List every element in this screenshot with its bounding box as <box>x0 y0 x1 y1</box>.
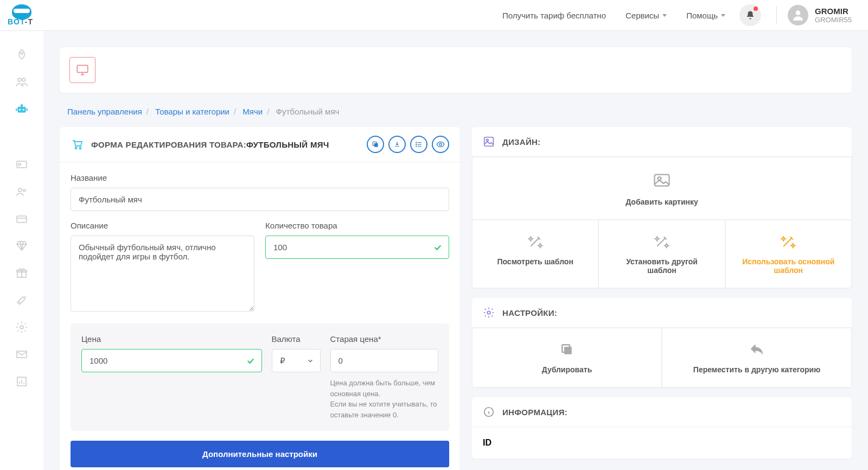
image-icon <box>483 136 495 148</box>
add-image-cell[interactable]: Добавить картинку <box>472 157 852 220</box>
wand-icon <box>527 233 544 250</box>
user-name: GROMIR <box>815 7 852 16</box>
oldprice-input[interactable] <box>330 349 439 372</box>
svg-point-28 <box>75 148 77 149</box>
svg-rect-8 <box>16 109 17 111</box>
move-cell[interactable]: Переместить в другую категорию <box>662 328 852 388</box>
sidebar-gear-icon[interactable] <box>14 320 29 335</box>
cart-icon <box>71 138 84 151</box>
header-services[interactable]: Сервисы <box>616 11 676 20</box>
separator <box>776 7 777 24</box>
sidebar-bot-icon[interactable] <box>14 101 29 117</box>
chevron-down-icon <box>662 14 667 17</box>
svg-rect-7 <box>21 104 23 106</box>
sidebar-chart-icon[interactable] <box>14 374 29 389</box>
sidebar-people-icon[interactable] <box>14 184 29 199</box>
svg-point-19 <box>20 326 23 329</box>
svg-rect-25 <box>77 65 88 72</box>
svg-point-2 <box>18 78 21 81</box>
reply-icon <box>749 341 765 358</box>
action-download[interactable] <box>388 136 406 153</box>
notification-dot <box>754 7 758 11</box>
settings-title: НАСТРОЙКИ: <box>502 308 557 317</box>
action-preview[interactable] <box>432 136 449 153</box>
svg-point-0 <box>796 10 801 15</box>
svg-point-6 <box>23 109 24 110</box>
action-list[interactable] <box>410 136 427 153</box>
price-input[interactable] <box>81 349 262 372</box>
sidebar-tools-icon[interactable] <box>14 293 29 308</box>
oldprice-label: Старая цена* <box>330 334 439 344</box>
svg-point-13 <box>23 189 25 192</box>
svg-point-38 <box>439 143 442 145</box>
price-label: Цена <box>81 334 262 344</box>
wand-icon <box>654 233 670 250</box>
desc-textarea[interactable]: Обычный футбольный мяч, отлично подойдет… <box>71 236 254 312</box>
use-main-template-cell[interactable]: Использовать основной шаблон <box>725 220 852 288</box>
user-menu[interactable]: GROMIR GROMIR55 <box>788 5 852 26</box>
breadcrumb-current: Футбольный мяч <box>276 107 340 116</box>
name-input[interactable] <box>71 188 449 211</box>
svg-point-35 <box>416 142 417 143</box>
breadcrumb-dashboard[interactable]: Панель управления <box>67 107 142 116</box>
duplicate-icon <box>559 341 575 358</box>
action-copy[interactable] <box>367 136 384 153</box>
notifications-button[interactable] <box>739 4 761 26</box>
chevron-down-icon <box>721 14 725 17</box>
info-title: ИНФОРМАЦИЯ: <box>502 408 567 417</box>
wand-icon <box>780 233 796 250</box>
sidebar <box>0 31 43 470</box>
svg-point-43 <box>487 311 490 314</box>
sidebar-mail-icon[interactable] <box>14 347 29 362</box>
svg-rect-41 <box>655 175 669 186</box>
svg-rect-4 <box>17 107 25 113</box>
name-label: Название <box>71 173 449 182</box>
check-icon <box>433 243 443 252</box>
svg-rect-14 <box>17 216 27 223</box>
svg-point-11 <box>18 163 21 166</box>
more-settings-button[interactable]: Дополнительные настройки <box>71 441 449 467</box>
sidebar-users-icon[interactable] <box>14 74 29 90</box>
check-icon <box>246 356 256 366</box>
set-template-cell[interactable]: Установить другой шаблон <box>598 220 725 288</box>
svg-point-3 <box>22 78 25 81</box>
user-sub: GROMIR55 <box>815 16 852 24</box>
svg-rect-20 <box>17 351 27 358</box>
svg-point-29 <box>80 148 81 149</box>
svg-point-12 <box>18 188 22 192</box>
svg-point-5 <box>19 109 21 110</box>
form-title: ФОРМА РЕДАКТИРОВАНИЯ ТОВАРА:ФУТБОЛЬНЫЙ М… <box>91 140 329 149</box>
svg-point-1 <box>21 52 23 54</box>
duplicate-cell[interactable]: Дублировать <box>472 328 662 388</box>
svg-point-40 <box>486 139 488 141</box>
breadcrumb-category[interactable]: Мячи <box>242 107 263 116</box>
bell-icon <box>745 10 755 20</box>
top-panel <box>60 47 852 93</box>
svg-rect-39 <box>484 137 494 147</box>
sidebar-payment-icon[interactable] <box>14 211 29 226</box>
gear-icon <box>483 307 495 319</box>
breadcrumb: Панель управления/ Товары и категории/ М… <box>60 103 852 120</box>
oldprice-hint: Цена должна быть больше, чем основная це… <box>330 378 439 420</box>
avatar <box>788 5 808 26</box>
design-title: ДИЗАЙН: <box>502 137 540 147</box>
header-help[interactable]: Помощь <box>676 11 735 20</box>
svg-point-36 <box>416 144 417 144</box>
qty-input[interactable] <box>265 236 449 259</box>
sidebar-gift-icon[interactable] <box>14 265 29 281</box>
logo[interactable]: BOT-T <box>0 0 43 31</box>
svg-rect-30 <box>374 143 378 147</box>
sidebar-card-icon[interactable] <box>14 157 29 172</box>
monitor-icon[interactable] <box>69 57 95 83</box>
info-id-label: ID <box>483 438 492 447</box>
breadcrumb-products[interactable]: Товары и категории <box>155 107 229 116</box>
sidebar-diamond-icon[interactable] <box>14 238 29 253</box>
header-free-tariff[interactable]: Получить тариф бесплатно <box>493 11 616 20</box>
view-template-cell[interactable]: Посмотреть шаблон <box>472 220 598 288</box>
info-icon <box>483 406 495 418</box>
currency-select[interactable]: ₽ <box>272 349 321 372</box>
svg-rect-44 <box>564 347 572 354</box>
qty-label: Количество товара <box>265 221 449 230</box>
sidebar-rocket-icon[interactable] <box>14 47 29 62</box>
desc-label: Описание <box>71 221 254 230</box>
